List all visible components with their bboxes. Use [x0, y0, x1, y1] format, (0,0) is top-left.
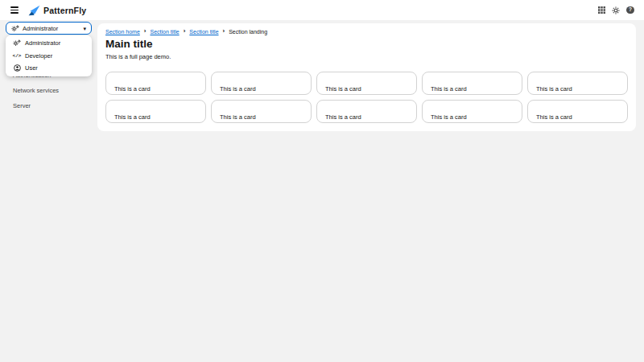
card: This is a card	[105, 100, 206, 123]
grid-glyph	[598, 6, 605, 14]
card-title: This is a card	[114, 85, 151, 93]
card-title: This is a card	[431, 85, 467, 93]
card-title: This is a card	[536, 85, 572, 93]
settings-gear-icon[interactable]	[611, 6, 621, 15]
breadcrumb-link-section-title-1[interactable]: Section title	[150, 29, 179, 35]
patternfly-logo-icon	[28, 5, 40, 16]
card-title: This is a card	[536, 113, 572, 121]
context-selector-value: Administrator	[23, 25, 80, 32]
question-mark: ?	[629, 7, 632, 13]
sidebar-item-network-services[interactable]: Network services	[0, 83, 97, 98]
brand: PatternFly	[28, 5, 86, 16]
card-title: This is a card	[325, 113, 361, 121]
cogs-icon	[13, 39, 21, 47]
page-subtitle: This is a full page demo.	[105, 53, 171, 60]
cogs-icon	[11, 25, 19, 32]
masthead: PatternFly ?	[0, 0, 644, 20]
breadcrumb-separator-icon: ›	[223, 28, 225, 35]
breadcrumb-current: Section landing	[229, 29, 267, 35]
card-title: This is a card	[220, 85, 256, 93]
menu-item-label: Administrator	[25, 39, 60, 47]
help-icon[interactable]: ?	[625, 6, 635, 15]
apps-grid-icon[interactable]	[597, 6, 606, 15]
card: This is a card	[211, 72, 312, 95]
card: This is a card	[527, 72, 628, 95]
hamburger-icon	[10, 6, 19, 13]
card: This is a card	[422, 72, 522, 95]
gear-glyph	[612, 6, 620, 14]
breadcrumb-link-section-title-2[interactable]: Section title	[189, 29, 218, 35]
card: This is a card	[211, 100, 312, 123]
card-title: This is a card	[431, 113, 467, 121]
question-circle-glyph: ?	[626, 6, 634, 14]
menu-item-developer[interactable]: </> Developer	[6, 50, 92, 63]
card-grid: This is a card This is a card This is a …	[105, 72, 628, 123]
card: This is a card	[422, 100, 522, 123]
card: This is a card	[316, 72, 417, 95]
caret-down-icon: ▾	[83, 26, 86, 31]
brand-name: PatternFly	[43, 6, 86, 15]
main-content: Section home › Section title › Section t…	[97, 23, 636, 131]
menu-item-label: Developer	[25, 52, 52, 60]
breadcrumb: Section home › Section title › Section t…	[105, 28, 267, 35]
breadcrumb-link-section-home[interactable]: Section home	[105, 29, 140, 35]
card: This is a card	[316, 100, 417, 123]
card-title: This is a card	[114, 113, 151, 121]
menu-item-user[interactable]: User	[6, 62, 92, 75]
nav-toggle-button[interactable]	[9, 5, 20, 16]
card: This is a card	[527, 100, 628, 123]
sidebar-item-server[interactable]: Server	[0, 98, 97, 113]
card-title: This is a card	[220, 113, 256, 121]
breadcrumb-separator-icon: ›	[144, 28, 147, 35]
user-icon	[13, 64, 21, 72]
card: This is a card	[105, 72, 206, 95]
card-title: This is a card	[325, 85, 361, 93]
context-selector-menu: Administrator </> Developer User	[6, 35, 92, 76]
app-root: PatternFly ? Authentication	[0, 0, 644, 362]
menu-item-administrator[interactable]: Administrator	[6, 37, 92, 50]
code-icon: </>	[13, 53, 21, 59]
context-selector-toggle[interactable]: Administrator ▾	[6, 22, 92, 35]
page-title: Main title	[105, 38, 153, 50]
breadcrumb-separator-icon: ›	[184, 28, 186, 35]
menu-item-label: User	[25, 64, 38, 72]
